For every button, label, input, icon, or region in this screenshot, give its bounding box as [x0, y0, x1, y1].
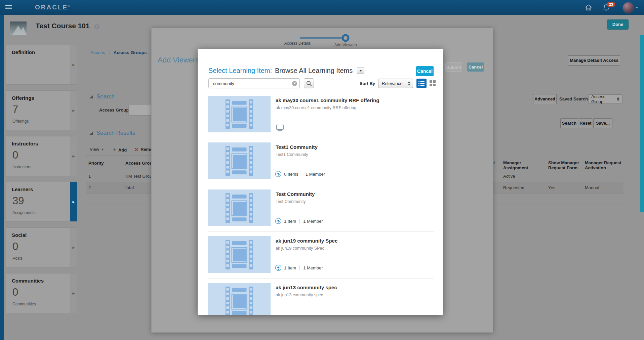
oracle-logo: ORACLE® [35, 4, 70, 11]
card-arrow-strip[interactable]: ▶ [70, 136, 77, 176]
step-label-access-details[interactable]: Access Details [284, 41, 311, 46]
modal-title-row: Select Learning Item: Browse All Learnin… [208, 67, 364, 75]
disclosure-triangle-icon [89, 95, 93, 99]
sidebar-card-offerings[interactable]: Offerings 7 Offerings ▶ [6, 90, 77, 130]
card-sublabel: Assignments [12, 210, 36, 215]
done-button[interactable]: Done [607, 19, 629, 30]
learning-item-type-dropdown[interactable] [357, 68, 364, 74]
items-count: 0 Items [284, 172, 298, 177]
arrow-right-icon: ▶ [73, 246, 75, 249]
hamburger-menu-icon[interactable] [5, 5, 12, 10]
learning-item-thumbnail[interactable] [208, 142, 271, 179]
card-arrow-strip[interactable]: ▶ [70, 45, 77, 84]
table-cell[interactable]: Requested [503, 185, 524, 190]
item-subtitle: ak jun13 community spec [276, 293, 323, 297]
card-arrow-strip[interactable]: ▶ [70, 91, 77, 130]
table-cell[interactable]: Manual [585, 185, 599, 190]
add-button[interactable]: + Add [113, 146, 127, 153]
user-avatar[interactable] [622, 2, 634, 13]
card-arrow-strip[interactable]: ▶ [70, 182, 77, 221]
sort-select[interactable]: Relevance [378, 79, 413, 88]
table-row-band [86, 182, 151, 193]
search-button[interactable]: Search [560, 118, 578, 128]
saved-search-label: Saved Search [559, 96, 588, 101]
tab-access-groups[interactable]: Access Groups [114, 50, 147, 55]
right-scroll-strip[interactable] [640, 35, 644, 212]
user-menu-chevron-down-icon[interactable]: ▾ [636, 5, 638, 10]
search-section-header[interactable]: Search [89, 93, 115, 100]
result-item[interactable]: Test1 Community Test1 Community 0 Items … [198, 142, 443, 189]
learning-item-thumbnail[interactable] [208, 189, 271, 226]
item-title[interactable]: Test Community [276, 191, 315, 197]
plus-icon: + [113, 146, 116, 153]
item-title[interactable]: ak jun19 community Spec [276, 238, 337, 244]
list-view-toggle[interactable] [416, 79, 427, 88]
table-cell[interactable]: 2 [88, 185, 91, 190]
search-results-header[interactable]: Search Results [89, 130, 135, 136]
card-count: 0 [12, 149, 18, 161]
table-cell[interactable]: fafaf [125, 185, 134, 190]
arrow-right-icon: ▶ [73, 200, 75, 204]
card-count: 7 [12, 103, 18, 116]
sidebar-card-instructors[interactable]: Instructors 0 Instructors ▶ [6, 136, 77, 176]
home-icon[interactable] [585, 4, 592, 11]
manage-default-access-button[interactable]: Manage Default Access [568, 55, 620, 66]
grid-view-toggle[interactable] [430, 80, 436, 86]
sidebar-card-social[interactable]: Social 0 Posts ▶ [6, 227, 77, 267]
table-cell[interactable]: Yes [548, 185, 555, 190]
arrow-right-icon: ▶ [73, 292, 75, 295]
modal-search-input[interactable] [208, 78, 300, 88]
result-item[interactable]: ak jun13 community spec ak jun13 communi… [198, 283, 443, 315]
item-meta: 1 Item 1 Member [275, 218, 323, 224]
view-menu[interactable]: View ▼ [90, 147, 104, 152]
card-arrow-strip[interactable]: ▶ [70, 228, 77, 267]
remove-x-icon [134, 147, 138, 152]
tab-access[interactable]: Access [90, 50, 105, 55]
step-label-add-viewers[interactable]: Add Viewers [334, 43, 357, 47]
table-cell[interactable]: KM Test Grou [125, 174, 152, 179]
col-header-manager-request-activation[interactable]: Manager Request Activation [585, 160, 625, 170]
info-icon[interactable]: i [94, 24, 99, 29]
item-title[interactable]: ak may30 course1 community RRF offering [276, 97, 379, 103]
result-item[interactable]: ak jun19 community Spec ak jun19 communi… [198, 236, 443, 283]
reset-button[interactable]: Reset [579, 118, 592, 128]
select-spinner-icon [408, 81, 410, 85]
col-header-manager-assignment[interactable]: Manager Assignment [503, 160, 530, 170]
result-item[interactable]: Test Community Test Community 1 Item 1 M… [198, 189, 443, 236]
card-title: Offerings [12, 95, 34, 101]
learning-item-thumbnail[interactable] [208, 96, 271, 132]
submit-button[interactable]: Submit [445, 62, 462, 72]
saved-search-select[interactable]: Access Group [588, 94, 622, 104]
search-submit-button[interactable] [304, 78, 314, 88]
table-cell[interactable]: 1 [88, 174, 91, 179]
community-broadcast-icon [275, 218, 282, 224]
remove-label: Remo [140, 147, 153, 152]
view-label: View [90, 147, 99, 152]
search-section-label: Search [96, 93, 115, 100]
item-title[interactable]: ak jun13 community spec [276, 285, 337, 290]
learning-item-thumbnail[interactable] [208, 283, 271, 315]
learning-item-thumbnail[interactable] [208, 236, 271, 273]
item-title[interactable]: Test1 Community [276, 144, 318, 150]
result-item[interactable]: ak may30 course1 community RRF offering … [198, 96, 443, 142]
card-arrow-strip[interactable]: ▶ [70, 273, 77, 313]
wizard-cancel-button[interactable]: Cancel [467, 62, 484, 72]
modal-title-label: Select Learning Item: [208, 67, 272, 75]
sidebar-card-definition[interactable]: Definition ▶ [6, 45, 77, 85]
advanced-button[interactable]: Advanced [533, 94, 557, 104]
modal-title-value: Browse All Learning Items [275, 67, 353, 75]
col-header-show-manager-request-form[interactable]: Show Manager Request Form [548, 160, 582, 170]
sidebar-card-communities[interactable]: Communities 0 Communities ▶ [6, 273, 77, 313]
magnifier-icon [306, 81, 312, 86]
col-header-access-group[interactable]: Access Grou [125, 161, 152, 166]
remove-button[interactable]: Remo [134, 147, 153, 152]
saved-search-value: Access Group [591, 94, 617, 104]
modal-cancel-button[interactable]: Cancel [416, 66, 434, 76]
sidebar-card-learners[interactable]: Learners 39 Assignments ▶ [6, 182, 77, 222]
notification-count-badge[interactable]: 23 [607, 2, 615, 7]
clear-search-icon[interactable]: ✕ [292, 81, 297, 86]
col-header-priority[interactable]: Priority [88, 161, 104, 166]
disclosure-triangle-icon [89, 131, 93, 135]
save-button[interactable]: Save... [593, 118, 612, 128]
table-cell[interactable]: Active [503, 174, 515, 179]
